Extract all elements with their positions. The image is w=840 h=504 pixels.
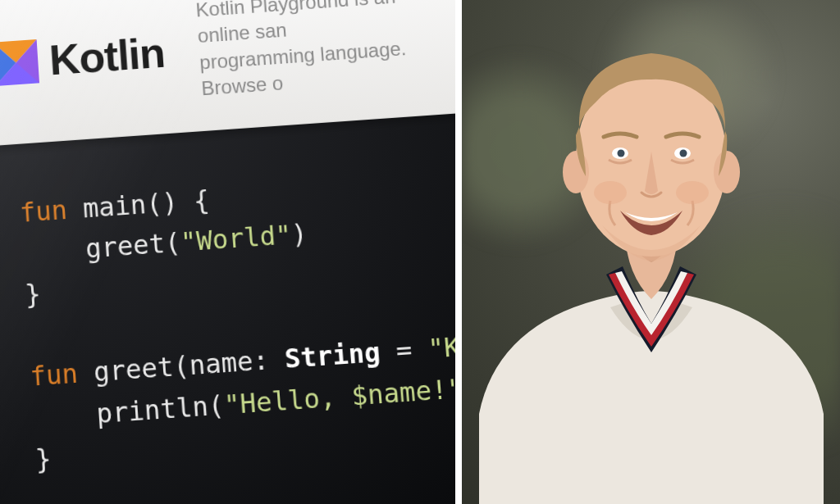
code-text: main() { [66, 184, 211, 225]
device-surface: Kotlin Kotlin Playground is an online sa… [0, 0, 455, 504]
svg-point-12 [676, 181, 709, 204]
code-text: greet( [21, 227, 181, 270]
code-keyword: fun [29, 357, 79, 393]
portrait-panel [462, 0, 840, 504]
kotlin-logo-icon [0, 39, 39, 86]
code-text: println( [32, 388, 226, 434]
kotlin-wordmark: Kotlin [48, 28, 166, 84]
svg-point-6 [714, 151, 740, 193]
panel-divider [455, 0, 462, 504]
code-text: = [379, 333, 429, 368]
code-editor-area: fun main() { greet("World") } fun greet(… [0, 112, 455, 504]
code-keyword: fun [19, 193, 68, 228]
svg-point-11 [594, 181, 627, 204]
code-text: ) [290, 218, 308, 250]
kotlin-logo: Kotlin [0, 28, 167, 89]
code-string: "World" [180, 219, 293, 258]
code-string: "Kotlin" [427, 324, 455, 364]
code-text: } [34, 443, 52, 475]
code-type: String [284, 336, 381, 375]
code-text: greet(name: [77, 343, 286, 389]
code-photo-panel: Kotlin Kotlin Playground is an online sa… [0, 0, 455, 504]
code-blank-line [26, 320, 28, 351]
code-string: "Hello, $name!" [223, 372, 455, 420]
svg-point-9 [617, 150, 624, 157]
person-portrait [463, 29, 840, 504]
kotlin-header-description: Kotlin Playground is an online san progr… [195, 0, 435, 102]
svg-point-10 [679, 150, 687, 157]
code-text: } [24, 278, 42, 311]
